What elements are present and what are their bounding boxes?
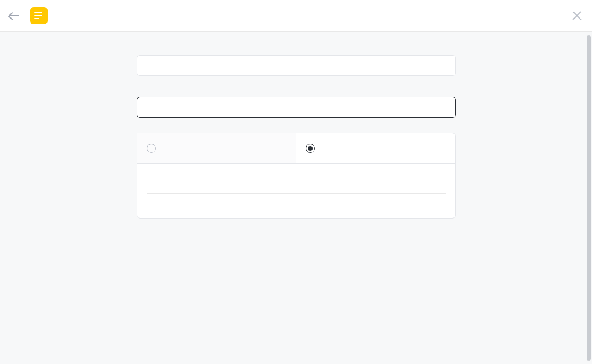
list-icon [30,7,48,24]
radio-icon [306,144,315,153]
divider [147,193,446,194]
back-button[interactable] [9,15,22,16]
modal-header [0,0,592,32]
list-name-input[interactable] [137,55,456,76]
top-items-grid [147,184,446,193]
import-options-box [137,133,456,219]
import-items-area [137,164,455,218]
location-select[interactable] [137,97,456,118]
modal-body [0,32,592,364]
radio-customize-import[interactable] [296,133,455,163]
arrow-left-icon [9,15,19,16]
scroll-area[interactable] [0,32,592,364]
radio-import-everything[interactable] [137,133,297,163]
entity-type-pill [30,7,52,24]
radio-icon [147,144,156,153]
import-radio-row [137,133,455,164]
items-grid [147,203,446,212]
close-icon[interactable] [571,10,583,21]
